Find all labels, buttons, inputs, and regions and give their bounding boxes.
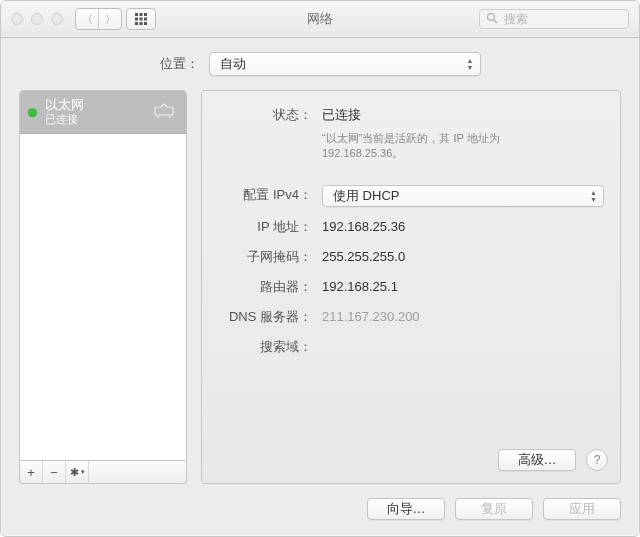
search-field-wrapper[interactable]	[479, 9, 629, 29]
service-list-toolbar: + − ✱▾	[19, 461, 187, 484]
titlebar: 〈 〉 网络	[1, 1, 639, 38]
help-icon: ?	[594, 453, 601, 467]
remove-service-button[interactable]: −	[43, 461, 66, 483]
grid-icon	[135, 13, 147, 25]
svg-rect-2	[144, 13, 147, 16]
subnet-mask-label: 子网掩码：	[218, 247, 322, 267]
svg-rect-5	[144, 18, 147, 21]
service-name: 以太网	[45, 97, 142, 113]
config-ipv4-label: 配置 IPv4：	[218, 185, 322, 205]
gear-icon: ✱	[70, 466, 79, 479]
help-button[interactable]: ?	[586, 449, 608, 471]
traffic-lights	[11, 13, 63, 25]
advanced-button-label: 高级…	[518, 451, 557, 469]
search-domain-label: 搜索域：	[218, 337, 322, 357]
row-subnet-mask: 子网掩码： 255.255.255.0	[218, 247, 604, 267]
service-item-ethernet[interactable]: 以太网 已连接	[20, 91, 186, 134]
status-label: 状态：	[218, 105, 322, 125]
assistant-button-label: 向导…	[387, 500, 426, 518]
dns-value: 211.167.230.200	[322, 307, 604, 327]
config-ipv4-value-wrap: 使用 DHCP ▲▼	[322, 185, 604, 207]
chevron-right-icon: 〉	[105, 12, 116, 27]
minus-icon: −	[50, 465, 58, 480]
svg-rect-7	[140, 22, 143, 25]
add-service-button[interactable]: +	[20, 461, 43, 483]
updown-arrows-icon: ▲▼	[467, 53, 474, 75]
minimize-window-button[interactable]	[31, 13, 43, 25]
svg-rect-1	[140, 13, 143, 16]
svg-line-10	[494, 20, 497, 23]
status-value: 已连接	[322, 105, 604, 125]
back-forward-buttons: 〈 〉	[75, 8, 122, 30]
location-popup[interactable]: 自动 ▲▼	[209, 52, 481, 76]
apply-button-label: 应用	[569, 500, 595, 518]
zoom-window-button[interactable]	[51, 13, 63, 25]
dns-label: DNS 服务器：	[218, 307, 322, 327]
row-config-ipv4: 配置 IPv4： 使用 DHCP ▲▼	[218, 185, 604, 207]
apply-button[interactable]: 应用	[543, 498, 621, 520]
footer: 向导… 复原 应用	[1, 484, 639, 520]
row-status: 状态： 已连接 “以太网”当前是活跃的，其 IP 地址为 192.168.25.…	[218, 105, 604, 161]
network-prefs-window: 〈 〉 网络 位	[0, 0, 640, 537]
svg-rect-3	[135, 18, 138, 21]
row-search-domain: 搜索域：	[218, 337, 604, 357]
service-list[interactable]: 以太网 已连接	[19, 90, 187, 461]
advanced-button[interactable]: 高级…	[498, 449, 576, 471]
config-ipv4-value: 使用 DHCP	[333, 186, 399, 206]
service-action-button[interactable]: ✱▾	[66, 461, 89, 483]
main-area: 以太网 已连接 + − ✱▾	[1, 90, 639, 484]
location-row: 位置： 自动 ▲▼	[1, 38, 639, 90]
status-value-block: 已连接 “以太网”当前是活跃的，其 IP 地址为 192.168.25.36。	[322, 105, 604, 161]
search-icon	[486, 12, 498, 27]
ethernet-icon	[150, 98, 178, 126]
ip-address-value: 192.168.25.36	[322, 217, 604, 237]
svg-rect-6	[135, 22, 138, 25]
show-all-button[interactable]	[126, 8, 156, 30]
plus-icon: +	[27, 465, 35, 480]
search-input[interactable]	[502, 11, 622, 27]
svg-point-9	[488, 13, 495, 20]
ip-address-label: IP 地址：	[218, 217, 322, 237]
close-window-button[interactable]	[11, 13, 23, 25]
svg-rect-0	[135, 13, 138, 16]
location-value: 自动	[220, 55, 246, 73]
row-router: 路由器： 192.168.25.1	[218, 277, 604, 297]
status-description-2: 192.168.25.36。	[322, 146, 604, 161]
svg-rect-4	[140, 18, 143, 21]
revert-button-label: 复原	[481, 500, 507, 518]
sidebar: 以太网 已连接 + − ✱▾	[19, 90, 187, 484]
svg-rect-8	[144, 22, 147, 25]
row-dns: DNS 服务器： 211.167.230.200	[218, 307, 604, 327]
nav-group: 〈 〉	[75, 8, 156, 30]
toolbar-spacer	[89, 461, 186, 483]
chevron-left-icon: 〈	[82, 12, 93, 27]
service-status: 已连接	[45, 113, 142, 127]
chevron-down-icon: ▾	[81, 468, 85, 476]
updown-arrows-icon: ▲▼	[590, 186, 597, 206]
forward-button[interactable]: 〉	[98, 9, 121, 29]
location-label: 位置：	[160, 55, 199, 73]
config-ipv4-popup[interactable]: 使用 DHCP ▲▼	[322, 185, 604, 207]
router-value: 192.168.25.1	[322, 277, 604, 297]
advanced-row: 高级… ?	[498, 449, 608, 471]
revert-button[interactable]: 复原	[455, 498, 533, 520]
router-label: 路由器：	[218, 277, 322, 297]
status-dot-connected	[28, 108, 37, 117]
row-ip-address: IP 地址： 192.168.25.36	[218, 217, 604, 237]
service-text: 以太网 已连接	[45, 97, 142, 127]
subnet-mask-value: 255.255.255.0	[322, 247, 604, 267]
status-description-1: “以太网”当前是活跃的，其 IP 地址为	[322, 131, 604, 146]
assistant-button[interactable]: 向导…	[367, 498, 445, 520]
detail-panel: 状态： 已连接 “以太网”当前是活跃的，其 IP 地址为 192.168.25.…	[201, 90, 621, 484]
back-button[interactable]: 〈	[76, 9, 98, 29]
